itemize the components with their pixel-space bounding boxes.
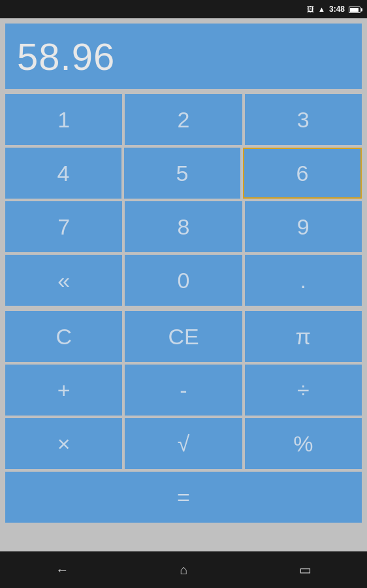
battery-icon xyxy=(349,3,360,15)
btn-9[interactable]: 9 xyxy=(245,201,362,252)
calculator: 58.96 1 2 3 4 5 6 7 8 9 « 0 . C xyxy=(0,18,367,551)
screenshot-icon: 🖼 xyxy=(307,5,314,13)
ops-row-3: × √ % xyxy=(5,418,362,469)
btn-multiply[interactable]: × xyxy=(5,418,122,469)
btn-backspace[interactable]: « xyxy=(5,255,122,306)
btn-8[interactable]: 8 xyxy=(125,201,242,252)
nav-back-button[interactable]: ← xyxy=(42,557,82,583)
btn-dot[interactable]: . xyxy=(245,255,362,306)
btn-clear[interactable]: C xyxy=(5,311,122,362)
nav-home-button[interactable]: ⌂ xyxy=(167,557,200,583)
ops-row-4: = xyxy=(5,472,362,523)
nav-bar: ← ⌂ ▭ xyxy=(0,551,367,588)
btn-divide[interactable]: ÷ xyxy=(245,365,362,416)
btn-7[interactable]: 7 xyxy=(5,201,122,252)
ops-row-2: + - ÷ xyxy=(5,365,362,416)
btn-3[interactable]: 3 xyxy=(245,94,362,145)
wifi-icon: ▲ xyxy=(318,5,325,13)
numpad-row-4: « 0 . xyxy=(5,255,362,306)
ops-row-1: C CE π xyxy=(5,311,362,362)
btn-pi[interactable]: π xyxy=(245,311,362,362)
numpad-row-3: 7 8 9 xyxy=(5,201,362,252)
status-bar: 🖼 ▲ 3:48 xyxy=(0,0,367,18)
status-time: 3:48 xyxy=(329,5,345,14)
display: 58.96 xyxy=(5,24,362,89)
btn-equals[interactable]: = xyxy=(5,472,362,523)
btn-ce[interactable]: CE xyxy=(125,311,242,362)
btn-percent[interactable]: % xyxy=(245,418,362,469)
btn-0[interactable]: 0 xyxy=(125,255,242,306)
btn-1[interactable]: 1 xyxy=(5,94,122,145)
btn-6[interactable]: 6 xyxy=(243,148,362,199)
numpad-row-2: 4 5 6 xyxy=(5,148,362,199)
display-value: 58.96 xyxy=(17,35,115,78)
btn-minus[interactable]: - xyxy=(125,365,242,416)
nav-recent-button[interactable]: ▭ xyxy=(286,557,325,583)
btn-sqrt[interactable]: √ xyxy=(125,418,242,469)
btn-5[interactable]: 5 xyxy=(124,148,240,199)
btn-4[interactable]: 4 xyxy=(5,148,121,199)
ops-section: C CE π + - ÷ × √ % = xyxy=(5,311,362,523)
numpad-row-1: 1 2 3 xyxy=(5,94,362,145)
btn-plus[interactable]: + xyxy=(5,365,122,416)
numpad-section: 1 2 3 4 5 6 7 8 9 « 0 . xyxy=(5,94,362,306)
btn-2[interactable]: 2 xyxy=(125,94,242,145)
